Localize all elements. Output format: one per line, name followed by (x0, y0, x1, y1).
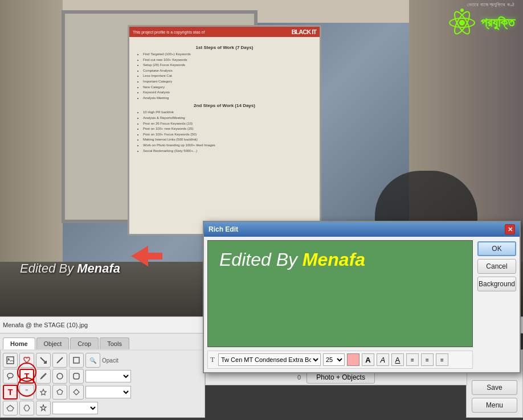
number-input-1: 0 (297, 374, 301, 381)
watermark-bold-text: Menafa (77, 261, 120, 275)
watermark-text: Edited By (20, 261, 77, 275)
dialog-cancel-button[interactable]: Cancel (477, 259, 516, 274)
svg-line-9 (57, 357, 63, 363)
bubble-tool-btn[interactable] (3, 369, 18, 384)
align-center-btn[interactable]: ≡ (421, 353, 434, 366)
proj-list-item: Work on Photo branding up 1000+ liked Im… (143, 143, 312, 149)
opacity-label: Opacit (102, 357, 124, 364)
font-icon: T (209, 355, 216, 364)
dialog-left: Edited By Menafa T Tw Cen MT Condensed E… (207, 240, 473, 369)
round-select[interactable] (52, 402, 98, 414)
screen-frame: This project profile is a copyrights sta… (62, 10, 258, 223)
svg-line-12 (9, 378, 9, 380)
star-tool-btn[interactable] (36, 385, 51, 400)
tab-crop[interactable]: Crop (70, 337, 99, 349)
font-size-select[interactable]: 25 (323, 353, 345, 366)
proj-list-item: Find Targeted (100+) Keywords (143, 52, 312, 57)
proj-heading-1: 1st Steps of Work (7 Days) (137, 45, 312, 50)
tools-row-1: 🔍 Opacit (3, 353, 202, 368)
proj-list-2: 10 High PR backlink Analysis & Reports/M… (137, 110, 312, 154)
svg-rect-15 (73, 373, 79, 379)
brand-logo: BLACK IT (292, 28, 316, 35)
photo-watermark: Edited By Menafa (20, 261, 120, 276)
atom-icon (448, 9, 476, 37)
circle-tool-btn[interactable] (52, 369, 67, 384)
font-name-select[interactable]: Tw Cen MT Condensed Extra Bold (218, 353, 321, 366)
menu-button[interactable]: Menu (472, 398, 517, 413)
diamond-tool-btn[interactable] (69, 385, 84, 400)
svg-marker-19 (7, 405, 14, 411)
proj-list-item: Less Important Cat (143, 73, 312, 79)
text-tool-btn-2[interactable]: T (3, 385, 18, 400)
svg-marker-21 (40, 405, 46, 411)
arrow-indicator (131, 246, 162, 269)
pen-tool-btn[interactable] (36, 369, 51, 384)
svg-point-1 (459, 20, 465, 26)
projection-content: 1st Steps of Work (7 Days) Find Targeted… (135, 40, 314, 156)
proj-list-item: Comptator Analysis (143, 68, 312, 74)
bottom-toolbar: 🔍 Opacit T T " (0, 349, 205, 418)
align-right-btn[interactable]: ≡ (436, 353, 448, 366)
shape-tool-3[interactable] (36, 401, 51, 415)
proj-list-item: Social Bookmarking (Sixty 5000+...) (143, 149, 312, 154)
dialog-titlebar: Rich Edit ✕ (204, 222, 520, 237)
save-button[interactable]: Save (472, 380, 517, 395)
rounded-rect-btn[interactable] (69, 369, 84, 384)
proj-list-item: Analysis Meeting (143, 96, 312, 101)
projection-screen: This project profile is a copyrights sta… (128, 25, 321, 236)
proj-list-item: Keyword Analysis (143, 90, 312, 96)
arrow-tool-btn[interactable] (36, 353, 51, 368)
tools-row-2: T (3, 369, 202, 384)
eyedropper-tool-btn[interactable]: 🔍 (85, 353, 100, 368)
proyukti-logo: ভেতরে বাজে প্রযুক্তির কণ্ঠ প্রযুক্তি (448, 9, 514, 37)
preview-text-normal: Edited By (219, 249, 303, 270)
italic-format-btn[interactable]: A (377, 353, 389, 366)
quote-tool-btn[interactable]: " (19, 385, 34, 400)
dialog-content: Edited By Menafa T Tw Cen MT Condensed E… (204, 237, 520, 372)
proj-list-item: Post on 100+ Focus Keywords (50) (143, 132, 312, 138)
svg-marker-17 (57, 389, 63, 394)
proj-list-item: Important Category (143, 79, 312, 85)
svg-marker-20 (24, 405, 30, 411)
dialog-ok-button[interactable]: OK (477, 241, 516, 256)
tab-home[interactable]: Home (3, 337, 35, 349)
rect-tool-btn[interactable] (69, 353, 84, 368)
projection-header-text: This project profile is a copyrights sta… (133, 30, 205, 34)
proj-list-1: Find Targeted (100+) Keywords Find out n… (137, 52, 312, 101)
heart-tool-btn[interactable] (19, 353, 34, 368)
proj-list-item: 10 High PR backlink (143, 110, 312, 116)
shape-tool-1[interactable] (3, 401, 18, 415)
proj-list-item: New Category (143, 85, 312, 90)
proyukti-text: প্রযুক্তি (481, 15, 514, 30)
preview-text-bold: Menafa (303, 249, 365, 270)
text-tool-btn[interactable]: T (19, 369, 34, 384)
tools-row-4 (3, 401, 202, 415)
shape-tool-2[interactable] (19, 401, 34, 415)
dialog-right: OK Cancel Background (476, 240, 516, 369)
tab-object[interactable]: Object (36, 337, 70, 349)
tab-tools[interactable]: Tools (100, 337, 129, 349)
proj-list-item: Find out new 100+ Keywords (143, 57, 312, 63)
projection-header: This project profile is a copyrights sta… (129, 27, 320, 37)
svg-point-11 (7, 373, 13, 378)
underline-format-btn[interactable]: A (391, 353, 404, 366)
font-toolbar: T Tw Cen MT Condensed Extra Bold 25 A A … (207, 351, 473, 369)
svg-rect-6 (7, 357, 14, 364)
proj-list-item: Analysis & Reports/Meeting (143, 116, 312, 121)
dialog-background-button[interactable]: Background (477, 277, 516, 291)
svg-point-5 (460, 9, 464, 12)
align-left-btn[interactable]: ≡ (406, 353, 419, 366)
svg-marker-0 (131, 246, 162, 266)
dialog-close-button[interactable]: ✕ (505, 224, 515, 234)
svg-marker-18 (73, 389, 79, 395)
svg-marker-16 (40, 389, 46, 395)
style-select[interactable] (85, 386, 131, 398)
bold-format-btn[interactable]: A (362, 353, 374, 366)
proyukti-subtext-area: ভেতরে বাজে প্রযুক্তির কণ্ঠ (467, 2, 514, 8)
color-swatch[interactable] (347, 353, 359, 366)
color-select[interactable] (85, 370, 131, 382)
line-tool-btn[interactable] (52, 353, 67, 368)
pentagon-tool-btn[interactable] (52, 385, 67, 400)
image-tool-btn[interactable] (3, 353, 18, 368)
proj-list-item: Post on 100+ new Keywords (25) (143, 126, 312, 132)
